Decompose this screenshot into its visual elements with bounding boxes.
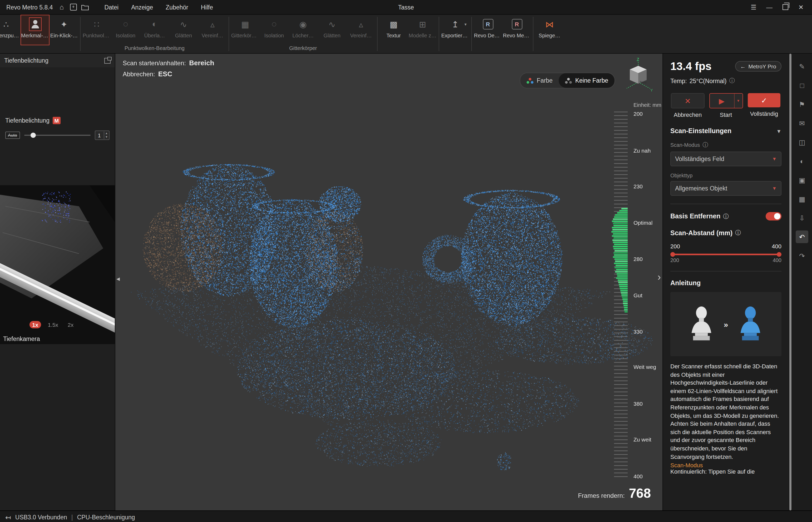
minimize-button[interactable]: —: [761, 1, 777, 14]
exposure-stepper[interactable]: 1 ▲▼: [95, 130, 110, 140]
histogram-bar: [619, 210, 628, 212]
ribbon-button-referenzpunkte[interactable]: ∴ferenzpu…: [0, 15, 21, 45]
histogram-bar: [612, 220, 628, 222]
abbrechen-button[interactable]: ✕: [671, 93, 704, 108]
comment-icon[interactable]: ✉: [796, 117, 808, 129]
redo-icon[interactable]: ↷: [796, 249, 808, 262]
dropdown-chevron-icon: ▾: [464, 22, 467, 27]
select-rect-icon[interactable]: □: [796, 79, 808, 92]
zoom-2x-button[interactable]: 2x: [65, 321, 76, 328]
right-panel-scrollbar[interactable]: [789, 54, 792, 510]
menu-datei[interactable]: Datei: [104, 4, 118, 10]
ribbon-button-textur[interactable]: ▩Textur: [379, 15, 408, 45]
open-folder-icon[interactable]: [79, 2, 91, 12]
home-icon[interactable]: ⌂: [56, 2, 67, 12]
gauge-zone-label: Optimal: [634, 219, 653, 226]
maximize-button[interactable]: [777, 1, 793, 14]
grid-icon[interactable]: ▦: [796, 193, 808, 205]
ribbon-button-punktwolken[interactable]: ∷Punktwolken…: [82, 15, 111, 45]
ribbon-button-loecher[interactable]: ◉Löcher…: [289, 15, 317, 45]
exposure-label: Tiefenbelichtung: [5, 117, 50, 124]
undo-icon[interactable]: ↶: [796, 230, 808, 243]
left-panel-title: Tiefenbelichtung: [4, 57, 49, 64]
ribbon-button-ueberlappung[interactable]: ◐Überla…: [140, 15, 169, 45]
feature-scan-bust-icon: [29, 18, 41, 31]
ribbon-button-vereinfachen-pw[interactable]: ▵Vereinf…: [198, 15, 227, 45]
device-badge[interactable]: ←MetroY Pro: [735, 61, 781, 72]
ribbon-button-merkmal-scan[interactable]: Merkmal-S…: [21, 15, 50, 45]
zoom-1.5x-button[interactable]: 1.5x: [45, 321, 61, 328]
merge-models-icon: ⊞: [416, 18, 429, 31]
ribbon-button-revo-design[interactable]: RRevo Design: [473, 15, 502, 45]
basis-entfernen-toggle[interactable]: [766, 212, 781, 220]
settings-sliders-icon[interactable]: ☰: [746, 1, 761, 14]
device-name: MetroY Pro: [748, 63, 776, 69]
exposure-mode-badge: M: [53, 117, 61, 124]
anleitung-scan-modus-link[interactable]: Scan-Modus: [670, 462, 781, 468]
histogram-bar: [617, 273, 628, 275]
check-icon: ✓: [761, 96, 767, 104]
temp-info-icon[interactable]: ⓘ: [729, 77, 735, 85]
popout-icon[interactable]: [104, 58, 111, 63]
revo-measure-icon: R: [511, 19, 522, 29]
ribbon-button-isolation-gk[interactable]: ◌Isolation: [259, 15, 289, 45]
close-button[interactable]: ✕: [793, 1, 809, 14]
ribbon-button-glaetten-gk[interactable]: ∿Glätten: [317, 15, 347, 45]
scan-modus-select[interactable]: Vollständiges Feld ▼: [670, 152, 781, 166]
scan-settings-header[interactable]: Scan-Einstellungen ▼: [670, 127, 781, 135]
layers-icon[interactable]: ◫: [796, 136, 808, 148]
new-project-icon[interactable]: +: [67, 2, 79, 12]
start-dropdown-icon[interactable]: ▾: [734, 94, 742, 108]
menu-hilfe[interactable]: Hilfe: [201, 4, 213, 10]
step-down-icon[interactable]: ▼: [104, 135, 109, 139]
ribbon-divider: [229, 17, 229, 51]
camera-zoom-buttons: 1x1.5x2x: [30, 321, 76, 328]
stepper-arrows[interactable]: ▲▼: [103, 132, 109, 139]
ribbon-button-isolation-pw[interactable]: ◌Isolation: [111, 15, 140, 45]
ribbon-button-ein-klick[interactable]: ✦Ein-Klick-…: [50, 15, 78, 45]
vollstaendig-button[interactable]: ✓: [748, 93, 780, 107]
toggle-farbe[interactable]: Farbe: [521, 73, 559, 88]
auto-exposure-toggle[interactable]: Auto: [5, 132, 20, 139]
ribbon-button-glaetten-pw[interactable]: ∿Glätten: [169, 15, 198, 45]
menu-zubehör[interactable]: Zubehör: [166, 4, 188, 10]
ribbon-button-label: Spiege…: [539, 33, 560, 38]
basis-info-icon[interactable]: ⓘ: [723, 212, 729, 220]
start-button[interactable]: ▶ ▾: [709, 93, 743, 108]
viewport-3d[interactable]: Scan starten/anhalten:Bereich Abbrechen:…: [115, 54, 662, 510]
ribbon-button-revo-measure[interactable]: RRevo Measure: [502, 15, 531, 45]
objekttyp-select[interactable]: Allgemeines Objekt ▼: [670, 181, 781, 196]
edit-icon[interactable]: ✎: [796, 60, 808, 73]
histogram-bar: [613, 218, 628, 220]
histogram-bar: [613, 239, 628, 241]
expand-right-panel-icon[interactable]: ›: [657, 272, 661, 283]
hint-scan-value: Bereich: [189, 59, 214, 67]
ribbon-button-vereinfachen-gk[interactable]: ▵Vereinf…: [347, 15, 375, 45]
ribbon-button-exportieren[interactable]: ↥▾Exportiere…: [441, 15, 470, 45]
zoom-1x-button[interactable]: 1x: [30, 321, 41, 328]
ribbon-group-caption: [549, 45, 550, 53]
toggle-keine-farbe[interactable]: Keine Farbe: [559, 73, 615, 88]
image-icon[interactable]: ▣: [796, 174, 808, 186]
basis-entfernen-label: Basis Entfernen: [670, 213, 720, 220]
exposure-slider[interactable]: [24, 135, 90, 136]
ribbon-button-gitterkoerper[interactable]: ▦Gitterkörper…: [231, 15, 259, 45]
ribbon-button-spiegeln[interactable]: ⋈Spiege…: [535, 15, 564, 45]
navigation-cube[interactable]: RIGHT Z Y: [622, 56, 655, 95]
flag-icon[interactable]: ⚑: [796, 98, 808, 111]
abstand-range-slider[interactable]: [672, 254, 780, 255]
download-icon[interactable]: ⇩: [796, 212, 808, 224]
contrast-icon[interactable]: ◐: [796, 155, 808, 167]
ribbon-button-label: Isolation: [116, 33, 136, 38]
collapse-left-panel-icon[interactable]: ◂: [116, 275, 120, 283]
scrollbar-thumb[interactable]: [789, 54, 791, 510]
ribbon-button-modelle-zusammenfuehren[interactable]: ⊞Modelle zu…: [408, 15, 437, 45]
abstand-info-icon[interactable]: ⓘ: [735, 229, 741, 237]
ribbon-button-label: Punktwolken…: [83, 33, 111, 38]
ribbon-group: ▦Gitterkörper…◌Isolation◉Löcher…∿Glätten…: [231, 15, 375, 53]
scan-modus-info-icon[interactable]: ⓘ: [702, 141, 708, 149]
step-up-icon[interactable]: ▲: [104, 132, 109, 135]
exposure-slider-knob[interactable]: [31, 133, 36, 138]
scan-settings-title: Scan-Einstellungen: [670, 127, 731, 135]
menu-anzeige[interactable]: Anzeige: [131, 4, 153, 10]
